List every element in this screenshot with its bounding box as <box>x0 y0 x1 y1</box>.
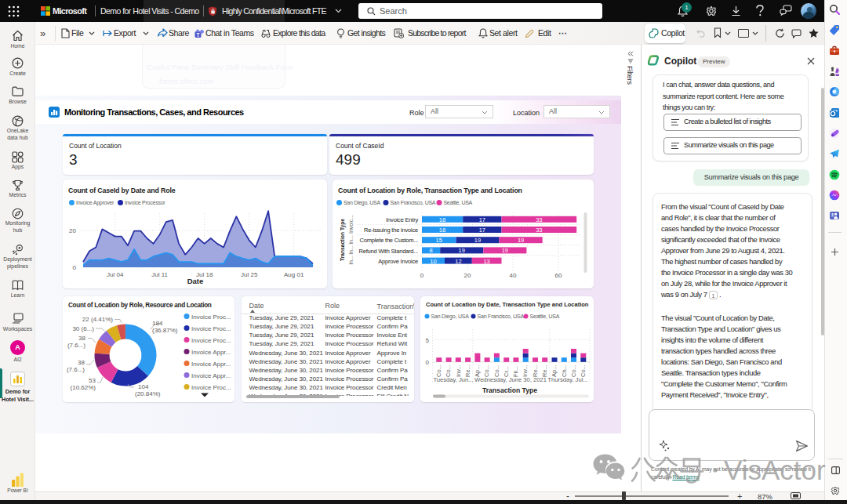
svg-text:Tuesday, Jun...: Tuesday, Jun... <box>433 376 473 383</box>
svg-text:0: 0 <box>426 359 430 366</box>
svg-text:Invoice Entry: Invoice Entry <box>386 216 418 223</box>
svg-text:Inv...: Inv... <box>455 364 462 377</box>
svg-text:Wednesday, June 30, 2021: Wednesday, June 30, 2021 <box>474 376 547 383</box>
svg-text:Invoice Appr...: Invoice Appr... <box>191 361 231 368</box>
svg-text:5: 5 <box>426 337 430 344</box>
svg-text:Invoice Proc...: Invoice Proc... <box>191 384 231 391</box>
svg-text:Jul 11: Jul 11 <box>151 271 168 278</box>
svg-text:Co...: Co... <box>493 364 500 377</box>
svg-text:Invoice Appr...: Invoice Appr... <box>191 349 231 356</box>
svg-text:Thursday, Jul...: Thursday, Jul... <box>547 376 587 383</box>
svg-text:Aug 01: Aug 01 <box>284 271 304 278</box>
svg-text:104: 104 <box>138 383 149 390</box>
svg-text:Co...: Co... <box>570 364 577 377</box>
svg-text:San Francisco, USA: San Francisco, USA <box>478 314 525 319</box>
svg-text:T: T <box>831 213 834 217</box>
svg-text:60: 60 <box>555 272 562 279</box>
svg-text:0: 0 <box>73 264 77 271</box>
svg-text:Invoice Proc...: Invoice Proc... <box>191 314 231 321</box>
svg-text:0: 0 <box>420 272 424 279</box>
svg-text:Invoice Proc...: Invoice Proc... <box>191 325 231 332</box>
svg-text:Re-issuing the invoice: Re-issuing the invoice <box>364 227 418 234</box>
svg-text:San Francisco, USA: San Francisco, USA <box>391 200 436 205</box>
svg-text:Fil...: Fil... <box>512 366 519 377</box>
svg-text:(20.84%): (20.84%) <box>135 390 161 397</box>
svg-text:Jul 04: Jul 04 <box>107 271 124 278</box>
svg-text:Co...: Co... <box>580 364 587 377</box>
svg-text:Co...: Co... <box>445 364 452 377</box>
svg-text:Invoic...: Invoic... <box>348 215 354 234</box>
svg-text:18: 18 <box>439 227 445 234</box>
svg-text:33: 33 <box>536 216 542 223</box>
svg-text:In...: In... <box>348 256 354 265</box>
svg-text:Transaction Type: Transaction Type <box>482 386 537 394</box>
svg-text:Invoice Processor: Invoice Processor <box>125 200 165 205</box>
svg-text:San Diego, USA: San Diego, USA <box>431 314 470 320</box>
svg-text:19: 19 <box>502 247 508 254</box>
svg-text:Inv...: Inv... <box>522 364 529 377</box>
svg-text:17: 17 <box>479 216 485 223</box>
svg-text:38: 38 <box>78 335 85 342</box>
svg-text:38: 38 <box>78 359 85 366</box>
svg-text:Refund With Standard...: Refund With Standard... <box>359 248 419 255</box>
svg-text:Transaction Type: Transaction Type <box>340 219 346 261</box>
svg-text:Approve Invoice: Approve Invoice <box>378 258 418 265</box>
svg-text:(7.6...): (7.6...) <box>67 366 85 373</box>
svg-text:Jul 25: Jul 25 <box>241 271 258 278</box>
svg-text:33: 33 <box>536 227 542 234</box>
svg-text:Seattle, USA: Seattle, USA <box>444 200 473 205</box>
svg-text:(7.6...): (7.6...) <box>67 342 85 349</box>
svg-text:15: 15 <box>436 237 442 244</box>
svg-text:In...: In... <box>348 235 354 245</box>
svg-text:17: 17 <box>479 227 485 234</box>
svg-text:30 (6...): 30 (6...) <box>72 325 94 332</box>
svg-text:In...: In... <box>348 245 354 255</box>
svg-text:Invoice Proc...: Invoice Proc... <box>191 337 231 344</box>
svg-text:19: 19 <box>518 237 524 244</box>
svg-text:(36.87%): (36.87%) <box>152 327 178 334</box>
svg-text:(10.62%): (10.62%) <box>71 384 96 391</box>
svg-text:40: 40 <box>510 272 517 279</box>
svg-text:Re...: Re... <box>532 364 539 377</box>
svg-text:8: 8 <box>430 247 433 254</box>
svg-text:Ch...: Ch... <box>561 364 568 377</box>
svg-text:18: 18 <box>439 216 445 223</box>
svg-text:13: 13 <box>483 258 489 265</box>
svg-text:20: 20 <box>464 272 471 279</box>
svg-text:20: 20 <box>69 227 76 234</box>
svg-text:Invoice Approver: Invoice Approver <box>76 200 115 206</box>
svg-text:Date: Date <box>187 277 204 285</box>
svg-text:Co...: Co... <box>435 364 442 377</box>
svg-text:Ap...: Ap... <box>551 365 558 377</box>
svg-text:Invoice Appr...: Invoice Appr... <box>191 372 231 379</box>
svg-text:19: 19 <box>459 247 465 254</box>
svg-text:19: 19 <box>474 237 481 244</box>
svg-text:VisActor: VisActor <box>724 455 826 485</box>
svg-text:San Diego, USA: San Diego, USA <box>344 200 380 206</box>
svg-text:22 (4.41%): 22 (4.41%) <box>82 316 113 323</box>
svg-text:Seattle, USA: Seattle, USA <box>530 314 560 319</box>
svg-text:184: 184 <box>152 320 163 327</box>
svg-text:Co...: Co... <box>483 364 490 377</box>
svg-text:Cr...: Cr... <box>503 366 510 377</box>
svg-text:12: 12 <box>455 258 461 265</box>
svg-text:Re...: Re... <box>541 364 548 377</box>
svg-text:53: 53 <box>89 377 96 384</box>
svg-text:Ap...: Ap... <box>474 365 481 377</box>
svg-text:Re...: Re... <box>464 364 471 377</box>
svg-text:10: 10 <box>430 258 436 265</box>
svg-text:Complete the Custom...: Complete the Custom... <box>360 237 418 244</box>
svg-text:T: T <box>196 32 199 38</box>
